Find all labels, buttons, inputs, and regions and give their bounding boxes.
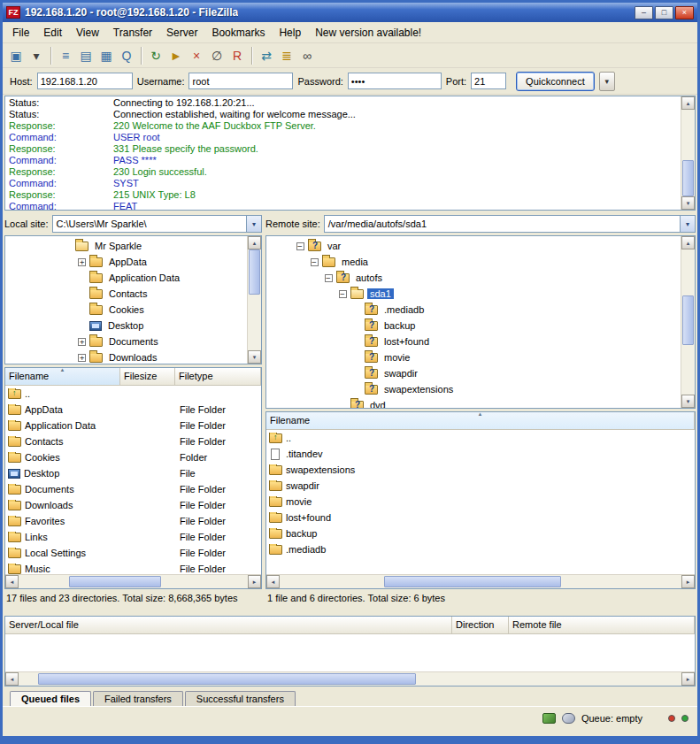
- scroll-left-icon[interactable]: ◂: [5, 575, 19, 588]
- tree-item[interactable]: movie: [268, 349, 681, 365]
- column-header-remote-file[interactable]: Remote file: [509, 617, 695, 633]
- disconnect-icon[interactable]: ∅: [207, 46, 227, 65]
- scroll-thumb[interactable]: [384, 576, 561, 587]
- tree-expander-icon[interactable]: [339, 290, 347, 298]
- tree-expander-icon[interactable]: [296, 242, 304, 250]
- combo-dropdown-icon[interactable]: ▾: [246, 216, 261, 232]
- tab-failed-transfers[interactable]: Failed transfers: [93, 691, 183, 706]
- scroll-thumb[interactable]: [682, 295, 694, 345]
- queue-hscrollbar[interactable]: ◂ ▸: [5, 671, 695, 686]
- reconnect-icon[interactable]: R: [227, 46, 247, 65]
- column-header-direction[interactable]: Direction: [452, 617, 509, 633]
- local-tree-scrollbar[interactable]: ▴ ▾: [247, 236, 261, 364]
- find-files-icon[interactable]: ∞: [297, 46, 317, 65]
- remote-list-hscrollbar[interactable]: ◂ ▸: [266, 574, 695, 588]
- host-input[interactable]: [37, 73, 133, 89]
- column-header-filename[interactable]: Filename ▲: [5, 368, 120, 385]
- tree-item[interactable]: media: [268, 254, 681, 270]
- tree-item[interactable]: Mr Sparkle: [7, 238, 247, 254]
- tree-item[interactable]: Documents: [7, 334, 247, 349]
- file-row[interactable]: Application Data File Folder: [5, 418, 261, 433]
- password-input[interactable]: [348, 73, 442, 89]
- menu-item[interactable]: Bookmarks: [205, 24, 271, 42]
- menu-item[interactable]: Help: [273, 24, 307, 42]
- cancel-icon[interactable]: ×: [187, 46, 206, 65]
- tree-item[interactable]: Cookies: [7, 302, 247, 318]
- tab-successful-transfers[interactable]: Successful transfers: [185, 691, 296, 706]
- scroll-thumb[interactable]: [38, 673, 416, 685]
- combo-dropdown-icon[interactable]: ▾: [680, 216, 695, 232]
- quickconnect-button[interactable]: Quickconnect: [516, 72, 595, 91]
- tree-item[interactable]: autofs: [268, 270, 681, 286]
- menu-item[interactable]: Transfer: [107, 24, 158, 42]
- tree-expander-icon[interactable]: [78, 354, 86, 362]
- file-row[interactable]: Cookies Folder: [5, 449, 261, 465]
- scroll-left-icon[interactable]: ◂: [266, 575, 280, 588]
- file-row[interactable]: ..: [5, 386, 261, 402]
- tree-item[interactable]: var: [268, 238, 681, 254]
- file-row[interactable]: Music File Folder: [5, 561, 261, 574]
- scroll-thumb[interactable]: [249, 249, 260, 295]
- tree-item[interactable]: sda1: [268, 286, 681, 302]
- filter-icon[interactable]: [562, 713, 575, 724]
- column-header-filetype[interactable]: Filetype: [175, 368, 261, 385]
- menu-item[interactable]: Server: [160, 24, 204, 42]
- scroll-down-icon[interactable]: ▾: [681, 395, 695, 408]
- tree-expander-icon[interactable]: [325, 274, 333, 282]
- scroll-up-icon[interactable]: ▴: [681, 96, 695, 110]
- column-header-filesize[interactable]: Filesize: [120, 368, 175, 385]
- tree-item[interactable]: swapextensions: [268, 381, 681, 397]
- remote-tree-scrollbar[interactable]: ▴ ▾: [681, 236, 695, 408]
- compare-icon[interactable]: ⇄: [257, 46, 276, 65]
- file-row[interactable]: Desktop File: [5, 465, 261, 481]
- tree-item[interactable]: .mediadb: [268, 302, 681, 318]
- tree-item[interactable]: AppData: [7, 254, 247, 270]
- scroll-up-icon[interactable]: ▴: [681, 236, 695, 249]
- file-row[interactable]: swapdir: [266, 478, 695, 494]
- file-row[interactable]: Documents File Folder: [5, 481, 261, 497]
- tree-item[interactable]: Desktop: [7, 318, 247, 334]
- file-row[interactable]: lost+found: [266, 510, 695, 525]
- scroll-down-icon[interactable]: ▾: [681, 196, 695, 210]
- menu-item[interactable]: Edit: [37, 24, 68, 42]
- file-row[interactable]: movie: [266, 494, 695, 510]
- scroll-track[interactable]: [681, 249, 695, 395]
- minimize-button[interactable]: –: [635, 6, 653, 19]
- tree-expander-icon[interactable]: [78, 338, 86, 346]
- toggle-queue-icon[interactable]: Q: [117, 46, 136, 65]
- file-row[interactable]: AppData File Folder: [5, 402, 261, 418]
- file-row[interactable]: Downloads File Folder: [5, 497, 261, 513]
- speed-limits-icon[interactable]: [542, 713, 556, 724]
- tree-item[interactable]: swapdir: [268, 365, 681, 381]
- tree-item[interactable]: backup: [268, 318, 681, 334]
- column-header-local-file[interactable]: Server/Local file: [5, 617, 452, 633]
- file-row[interactable]: Favorites File Folder: [5, 513, 261, 529]
- quickconnect-dropdown-icon[interactable]: ▾: [599, 72, 615, 91]
- scroll-right-icon[interactable]: ▸: [681, 575, 695, 588]
- scroll-down-icon[interactable]: ▾: [248, 350, 261, 364]
- file-row[interactable]: swapextensions: [266, 462, 695, 478]
- scroll-right-icon[interactable]: ▸: [248, 575, 261, 588]
- sync-browsing-icon[interactable]: ≣: [277, 46, 296, 65]
- toggle-local-tree-icon[interactable]: ▤: [76, 46, 96, 65]
- local-site-combo[interactable]: C:\Users\Mr Sparkle\ ▾: [52, 215, 262, 233]
- local-list-hscrollbar[interactable]: ◂ ▸: [5, 574, 261, 588]
- file-row[interactable]: Links File Folder: [5, 529, 261, 545]
- menu-item[interactable]: New version available!: [309, 24, 427, 42]
- file-row[interactable]: Local Settings File Folder: [5, 545, 261, 561]
- scroll-thumb[interactable]: [682, 160, 694, 196]
- titlebar[interactable]: FZ 192.168.1.20 - root@192.168.1.20 - Fi…: [3, 3, 697, 22]
- file-row[interactable]: .titandev: [266, 446, 695, 462]
- file-row[interactable]: Contacts File Folder: [5, 433, 261, 449]
- scroll-track[interactable]: [19, 575, 248, 588]
- close-button[interactable]: ×: [675, 6, 694, 19]
- tree-item[interactable]: Application Data: [7, 270, 247, 286]
- tree-expander-icon[interactable]: [78, 258, 86, 266]
- site-manager-icon[interactable]: ▣: [6, 46, 26, 65]
- tree-item[interactable]: Downloads: [7, 349, 247, 364]
- scroll-left-icon[interactable]: ◂: [5, 672, 19, 686]
- scroll-track[interactable]: [19, 672, 681, 686]
- menu-item[interactable]: View: [70, 24, 105, 42]
- scroll-right-icon[interactable]: ▸: [681, 672, 695, 686]
- tab-queued-files[interactable]: Queued files: [10, 691, 91, 706]
